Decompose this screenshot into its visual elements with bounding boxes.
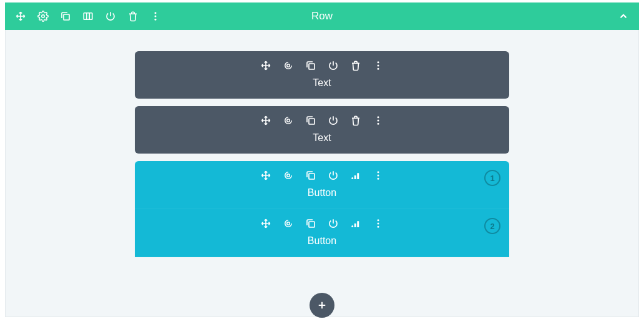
trash-icon[interactable]	[350, 115, 361, 126]
stats-icon[interactable]	[350, 170, 361, 181]
row-header[interactable]: Row	[5, 2, 639, 30]
svg-point-29	[378, 219, 379, 221]
svg-point-13	[378, 116, 379, 118]
row-body: Text Text 1	[5, 30, 639, 317]
gear-icon[interactable]	[283, 170, 294, 181]
module-label: Text	[135, 77, 509, 89]
svg-rect-20	[357, 173, 359, 179]
svg-rect-17	[309, 174, 315, 179]
svg-point-11	[287, 119, 290, 122]
more-icon[interactable]	[373, 60, 384, 71]
svg-point-26	[351, 225, 353, 227]
svg-point-0	[42, 15, 45, 18]
svg-point-3	[155, 12, 157, 14]
duplicate-icon[interactable]	[305, 170, 316, 181]
gear-icon[interactable]	[283, 60, 294, 71]
power-icon[interactable]	[328, 218, 339, 229]
svg-point-24	[287, 222, 290, 225]
duplicate-icon[interactable]	[305, 218, 316, 229]
svg-point-6	[287, 64, 290, 67]
stats-icon[interactable]	[350, 218, 361, 229]
svg-point-4	[155, 16, 157, 17]
svg-rect-28	[357, 221, 359, 227]
trash-icon[interactable]	[127, 11, 139, 22]
svg-point-22	[378, 175, 379, 177]
svg-point-5	[155, 19, 157, 21]
power-icon[interactable]	[328, 170, 339, 181]
ab-variant-badge[interactable]: 2	[484, 218, 500, 234]
more-icon[interactable]	[373, 218, 384, 229]
move-icon[interactable]	[260, 60, 271, 71]
module-toolbar	[135, 170, 509, 181]
svg-rect-7	[309, 64, 315, 69]
move-icon[interactable]	[260, 115, 271, 126]
trash-icon[interactable]	[350, 60, 361, 71]
svg-point-14	[378, 120, 379, 122]
module-label: Button	[135, 235, 509, 247]
duplicate-icon[interactable]	[60, 11, 71, 22]
gear-icon[interactable]	[283, 115, 294, 126]
svg-rect-27	[354, 223, 356, 227]
columns-icon[interactable]	[82, 11, 94, 22]
text-module[interactable]: Text	[135, 106, 509, 154]
module-label: Button	[135, 187, 509, 199]
module-toolbar	[135, 60, 509, 71]
svg-rect-25	[309, 222, 315, 227]
button-module[interactable]: 2 Button	[135, 209, 509, 257]
svg-point-18	[351, 177, 353, 179]
module-toolbar	[135, 218, 509, 229]
more-icon[interactable]	[373, 170, 384, 181]
svg-point-15	[378, 123, 379, 125]
row-header-icons	[15, 11, 161, 22]
power-icon[interactable]	[105, 11, 116, 22]
row-container: Row Text	[5, 2, 639, 317]
move-icon[interactable]	[260, 170, 271, 181]
ab-variant-badge[interactable]: 1	[484, 170, 500, 186]
chevron-up-icon[interactable]	[618, 11, 629, 22]
move-icon[interactable]	[260, 218, 271, 229]
module-label: Text	[135, 132, 509, 144]
svg-rect-19	[354, 175, 356, 179]
add-module-button[interactable]	[310, 293, 334, 318]
power-icon[interactable]	[328, 60, 339, 71]
move-icon[interactable]	[15, 11, 26, 22]
svg-point-16	[287, 174, 290, 177]
svg-point-8	[378, 61, 379, 63]
module-list: Text Text 1	[135, 51, 509, 257]
svg-rect-12	[309, 119, 315, 124]
button-module[interactable]: 1 Button	[135, 161, 509, 209]
gear-icon[interactable]	[37, 11, 49, 22]
plus-icon	[316, 300, 328, 311]
power-icon[interactable]	[328, 115, 339, 126]
more-icon[interactable]	[150, 11, 161, 22]
svg-point-23	[378, 178, 379, 180]
text-module[interactable]: Text	[135, 51, 509, 99]
svg-point-9	[378, 65, 379, 67]
duplicate-icon[interactable]	[305, 115, 316, 126]
svg-point-30	[378, 223, 379, 225]
module-toolbar	[135, 115, 509, 126]
svg-point-31	[378, 226, 379, 228]
svg-point-10	[378, 68, 379, 70]
duplicate-icon[interactable]	[305, 60, 316, 71]
gear-icon[interactable]	[283, 218, 294, 229]
svg-rect-2	[84, 13, 92, 20]
more-icon[interactable]	[373, 115, 384, 126]
svg-point-21	[378, 171, 379, 173]
svg-rect-1	[64, 14, 69, 20]
